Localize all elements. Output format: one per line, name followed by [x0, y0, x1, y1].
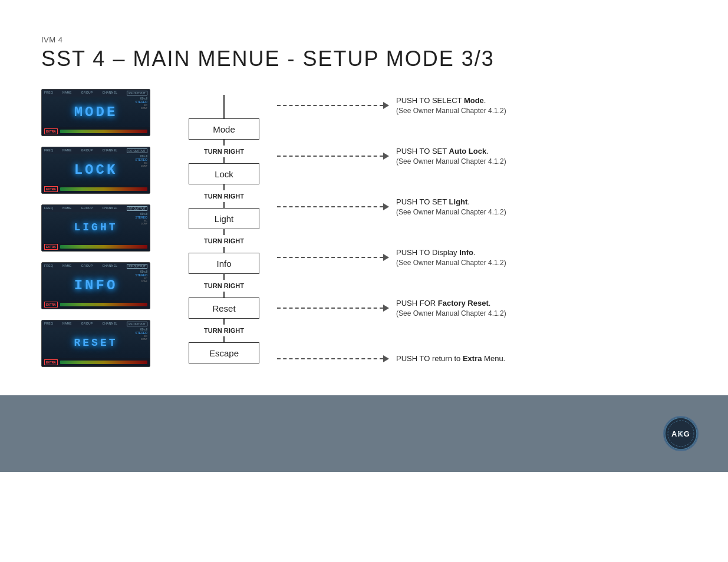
- between-flow-1: TURN RIGHT: [204, 184, 244, 208]
- dashed-line-1: [277, 156, 383, 157]
- turn-right-label-4: TURN RIGHT: [204, 325, 244, 336]
- line-bottom-1: [223, 202, 225, 208]
- arrow-text-4: PUSH FOR Factory Reset. (See Owner Manua…: [396, 298, 506, 319]
- line-top-3: [223, 274, 225, 280]
- arrow-row-lock: PUSH TO SET Auto Lock. (See Owner Manual…: [277, 146, 631, 167]
- line-bottom-2: [223, 247, 225, 253]
- svg-text:AKG: AKG: [671, 429, 690, 438]
- akg-logo-svg: AKG: [664, 417, 697, 450]
- arrow-row-mode: PUSH TO SELECT Mode. (See Owner Manual C…: [277, 95, 631, 116]
- arrow-text-5: PUSH TO return to Extra Menu.: [396, 353, 505, 364]
- flow-box-mode: Mode: [189, 118, 259, 140]
- line-bottom-0: [223, 157, 225, 163]
- arrow-spacer-0: [277, 116, 631, 146]
- line-bottom-3: [223, 292, 225, 297]
- arrow-row-escape: PUSH TO return to Extra Menu.: [277, 348, 631, 369]
- flow-box-reset: Reset: [189, 297, 259, 319]
- subtitle: IVM 4: [41, 35, 687, 44]
- flow-box-escape: Escape: [189, 342, 259, 363]
- arrow-spacer-4: [277, 319, 631, 348]
- dashed-line-5: [277, 358, 383, 359]
- arrow-text-2: PUSH TO SET Light. (See Owner Manual Cha…: [396, 197, 506, 217]
- arrows-column: PUSH TO SELECT Mode. (See Owner Manual C…: [277, 89, 631, 369]
- device-screen-2: FREQ NAME GROUP CHANNEL RF OUTPUT 00 ull…: [41, 204, 159, 252]
- line-top-4: [223, 319, 225, 325]
- arrow-head-3: [383, 254, 389, 261]
- page-title: SST 4 – MAIN MENUE - SETUP MODE 3/3: [41, 47, 687, 71]
- arrow-head-4: [383, 305, 389, 312]
- arrow-row-reset: PUSH FOR Factory Reset. (See Owner Manua…: [277, 297, 631, 319]
- arrow-text-0: PUSH TO SELECT Mode. (See Owner Manual C…: [396, 95, 506, 116]
- dashed-line-3: [277, 257, 383, 258]
- flow-column: Mode TURN RIGHT Lock TURN RIGHT Light TU…: [177, 89, 271, 363]
- dashed-line-4: [277, 308, 383, 309]
- turn-right-label-0: TURN RIGHT: [204, 146, 244, 157]
- between-flow-4: TURN RIGHT: [204, 319, 244, 342]
- arrow-row-info: PUSH TO Display Info. (See Owner Manual …: [277, 247, 631, 268]
- dashed-line-0: [277, 105, 383, 106]
- arrow-spacer-1: [277, 167, 631, 196]
- flow-box-lock: Lock: [189, 163, 259, 184]
- dashed-line-2: [277, 206, 383, 207]
- between-flow-0: TURN RIGHT: [204, 140, 244, 163]
- arrow-spacer-3: [277, 268, 631, 297]
- footer-bar: AKG: [0, 395, 728, 472]
- device-screen-3: FREQ NAME GROUP CHANNEL RF OUTPUT 00 ull…: [41, 262, 159, 309]
- line-bottom-4: [223, 336, 225, 342]
- device-screen-1: FREQ NAME GROUP CHANNEL RF OUTPUT 00 ull…: [41, 147, 159, 194]
- arrow-row-light: PUSH TO SET Light. (See Owner Manual Cha…: [277, 196, 631, 217]
- flow-box-light: Light: [189, 208, 259, 229]
- top-entry-arrow: [223, 95, 225, 118]
- line-top-2: [223, 229, 225, 235]
- arrow-head-0: [383, 102, 389, 109]
- arrow-text-1: PUSH TO SET Auto Lock. (See Owner Manual…: [396, 146, 506, 167]
- akg-logo: AKG: [663, 416, 699, 451]
- between-flow-3: TURN RIGHT: [204, 274, 244, 297]
- arrow-head-5: [383, 355, 389, 362]
- turn-right-label-3: TURN RIGHT: [204, 280, 244, 292]
- flow-box-info: Info: [189, 253, 259, 274]
- device-screen-4: FREQ NAME GROUP CHANNEL RF OUTPUT 00 ull…: [41, 320, 159, 367]
- arrow-head-1: [383, 153, 389, 160]
- arrow-text-3: PUSH TO Display Info. (See Owner Manual …: [396, 247, 506, 268]
- turn-right-label-2: TURN RIGHT: [204, 235, 244, 247]
- main-content: IVM 4 SST 4 – MAIN MENUE - SETUP MODE 3/…: [0, 0, 728, 378]
- arrow-head-2: [383, 203, 389, 210]
- line-top-1: [223, 184, 225, 190]
- device-screen-0: FREQ NAME GROUP CHANNEL RF OUTPUT 00 ull…: [41, 89, 159, 136]
- between-flow-2: TURN RIGHT: [204, 229, 244, 253]
- screens-column: FREQ NAME GROUP CHANNEL RF OUTPUT 00 ull…: [41, 89, 159, 378]
- diagram-area: FREQ NAME GROUP CHANNEL RF OUTPUT 00 ull…: [41, 89, 687, 378]
- arrow-spacer-2: [277, 217, 631, 247]
- line-top-0: [223, 140, 225, 146]
- turn-right-label-1: TURN RIGHT: [204, 190, 244, 202]
